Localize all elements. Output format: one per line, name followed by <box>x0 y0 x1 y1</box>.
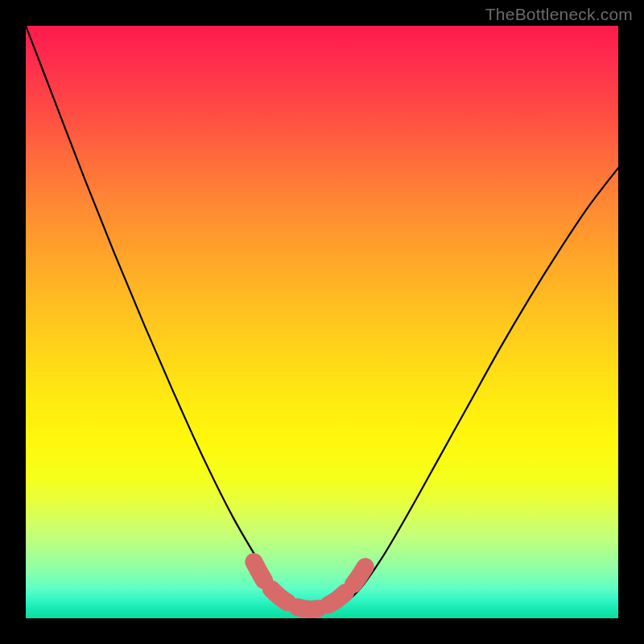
curve-svg <box>26 26 618 618</box>
watermark-text: TheBottleneck.com <box>485 5 633 24</box>
bottleneck-curve <box>26 26 618 613</box>
highlight-segment <box>254 562 366 609</box>
plot-area <box>26 26 618 618</box>
chart-frame: TheBottleneck.com <box>0 0 644 644</box>
